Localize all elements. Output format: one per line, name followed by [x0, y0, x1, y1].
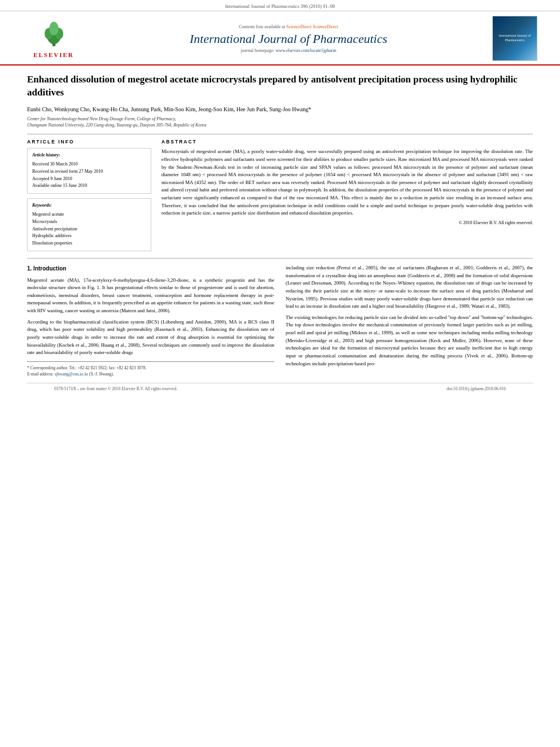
- affiliation: Center for Nanotechnology-based New Drug…: [27, 116, 533, 128]
- footnote-email-link[interactable]: sjhwang@cnu.ac.kr: [55, 372, 88, 377]
- keyword-3: Antisolvent precipitation: [32, 226, 146, 233]
- divider-after-affiliation: [27, 134, 533, 134]
- sciencedirect-link[interactable]: ScienceDirect: [286, 24, 312, 29]
- journal-header: ELSEVIER Contents lists available at Sci…: [0, 11, 560, 65]
- footnote-star: * Corresponding author. Tel.: +82 42 821…: [27, 365, 274, 371]
- journal-ref-bar: International Journal of Pharmaceutics 3…: [0, 0, 560, 11]
- article-main: Enhanced dissolution of megestrol acetat…: [0, 65, 560, 402]
- online-date: Available online 15 June 2010: [32, 182, 146, 190]
- keyword-4: Hydrophilic additives: [32, 233, 146, 240]
- footnote-email: E-mail address: sjhwang@cnu.ac.kr (S.-J.…: [27, 371, 274, 377]
- journal-center-info: Contents lists available at ScienceDirec…: [85, 24, 492, 53]
- footnote-section: * Corresponding author. Tel.: +82 42 821…: [27, 361, 274, 378]
- intro-p1: Megestrol acetate (MA), 17α-acetyloxy-6-…: [27, 277, 274, 315]
- page-footer: 0378-5173/$ – see front matter © 2010 El…: [27, 383, 533, 394]
- intro-p2: According to the biopharmaceutical class…: [27, 318, 274, 357]
- journal-title: International Journal of Pharmaceutics: [90, 32, 487, 46]
- abstract-text: Microcrystals of megestrol acetate (MA),…: [161, 148, 533, 226]
- header-top-row: ELSEVIER Contents lists available at Sci…: [23, 16, 537, 61]
- article-history-title: Article history:: [32, 152, 146, 159]
- journal-homepage-link[interactable]: www.elsevier.com/locate/ijpharm: [275, 48, 336, 53]
- body-section: 1. Introduction Megestrol acetate (MA), …: [27, 258, 533, 377]
- copyright-notice: © 2010 Elsevier B.V. All rights reserved…: [161, 220, 533, 226]
- article-title: Enhanced dissolution of megestrol acetat…: [27, 73, 533, 99]
- article-info-column: ARTICLE INFO Article history: Received 3…: [27, 139, 151, 251]
- received-date: Received 30 March 2010: [32, 161, 146, 168]
- article-info-label: ARTICLE INFO: [27, 139, 151, 145]
- abstract-label: ABSTRACT: [161, 139, 533, 145]
- body-col-right: including size reduction (Perrut et al.,…: [286, 264, 533, 377]
- article-history-box: Article history: Received 30 March 2010 …: [27, 148, 151, 194]
- page-wrapper: International Journal of Pharmaceutics 3…: [0, 0, 560, 402]
- journal-homepage-line: journal homepage: www.elsevier.com/locat…: [90, 48, 487, 53]
- footer-issn: 0378-5173/$ – see front matter © 2010 El…: [54, 386, 177, 391]
- contents-available-line: Contents lists available at ScienceDirec…: [90, 24, 487, 29]
- authors-line: Eunbi Cho, Wonkyung Cho, Kwang-Ho Cha, J…: [27, 105, 533, 113]
- article-info-abstract-row: ARTICLE INFO Article history: Received 3…: [27, 139, 533, 251]
- intro-heading: 1. Introduction: [27, 264, 274, 273]
- body-two-columns: 1. Introduction Megestrol acetate (MA), …: [27, 264, 533, 377]
- accepted-date: Accepted 9 June 2010: [32, 176, 146, 183]
- keyword-1: Megestrol acetate: [32, 211, 146, 219]
- keyword-2: Microcrystals: [32, 219, 146, 226]
- abstract-column: ABSTRACT Microcrystals of megestrol acet…: [161, 139, 533, 251]
- elsevier-wordmark: ELSEVIER: [33, 51, 74, 58]
- body-right-p1: including size reduction (Perrut et al.,…: [286, 264, 533, 311]
- body-right-p2: The existing technologies for reducing p…: [286, 314, 533, 368]
- journal-cover-thumb: International Journal of Pharmaceutics: [492, 16, 537, 61]
- elsevier-logo: ELSEVIER: [23, 19, 85, 58]
- revised-date: Received in revised form 27 May 2010: [32, 168, 146, 176]
- keyword-5: Dissolution properties: [32, 240, 146, 247]
- keywords-box: Keywords: Megestrol acetate Microcrystal…: [27, 198, 151, 251]
- body-col-left: 1. Introduction Megestrol acetate (MA), …: [27, 264, 274, 377]
- svg-point-4: [49, 21, 59, 35]
- keywords-title: Keywords:: [32, 202, 146, 209]
- journal-reference: International Journal of Pharmaceutics 3…: [225, 3, 335, 9]
- footer-doi: doi:10.1016/j.ijpharm.2010.06.016: [447, 386, 506, 391]
- elsevier-tree-icon: [38, 19, 69, 50]
